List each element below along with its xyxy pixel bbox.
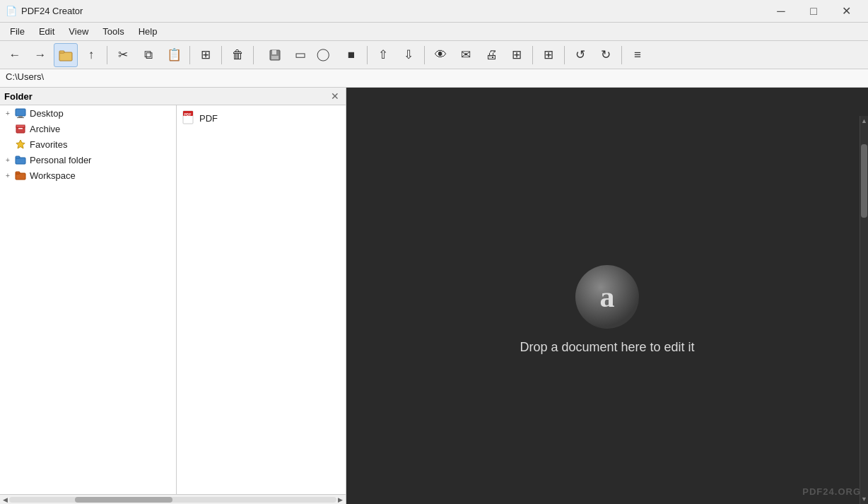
tree-item-desktop[interactable]: + Desktop xyxy=(0,105,176,121)
tree-item-personal[interactable]: + Personal folder xyxy=(0,152,176,168)
expand-workspace[interactable]: + xyxy=(3,170,13,180)
menu-help[interactable]: Help xyxy=(131,25,165,38)
folder-header: Folder ✕ xyxy=(0,88,346,105)
email-button[interactable]: ✉ xyxy=(454,43,478,67)
tree-panel[interactable]: + Desktop + xyxy=(0,105,177,494)
cut-button[interactable]: ✂ xyxy=(111,43,135,67)
tree-item-favorites[interactable]: + Favorites xyxy=(0,136,176,152)
right-scrollbar[interactable]: ▲ ▼ xyxy=(860,116,868,504)
tree-label-favorites: Favorites xyxy=(30,139,67,150)
grid-button[interactable]: ⊞ xyxy=(194,43,218,67)
scroll-left-arrow[interactable]: ◀ xyxy=(3,496,8,503)
undo-button[interactable]: ↺ xyxy=(568,43,592,67)
delete-button[interactable]: 🗑 xyxy=(225,43,250,67)
svg-rect-7 xyxy=(17,117,24,118)
tree-item-archive[interactable]: + Archive xyxy=(0,121,176,136)
drop-area: a Drop a document here to edit it xyxy=(520,265,694,355)
toolbar-separator-7 xyxy=(564,46,565,64)
scroll-right-arrow[interactable]: ▶ xyxy=(338,496,343,503)
folder-title: Folder xyxy=(4,91,33,102)
close-button[interactable]: ✕ xyxy=(830,0,862,23)
pdf-icon: PDF xyxy=(182,110,195,127)
expand-desktop[interactable]: + xyxy=(3,108,13,118)
main-area: Folder ✕ + Desktop xyxy=(0,88,868,504)
toolbar-separator-6 xyxy=(532,46,533,64)
watermark: PDF24.ORG xyxy=(802,486,861,497)
path-bar: C:\Users\ xyxy=(0,69,868,88)
menu-edit[interactable]: Edit xyxy=(32,25,61,38)
title-bar-controls: ─ □ ✕ xyxy=(765,0,862,23)
right-scroll-up-arrow[interactable]: ▲ xyxy=(860,116,868,126)
svg-rect-15 xyxy=(16,172,20,174)
logo-letter: a xyxy=(599,280,614,314)
file-item-pdf[interactable]: PDF PDF xyxy=(180,108,343,129)
forward-button[interactable]: → xyxy=(28,43,52,67)
title-bar-left: 📄 PDF24 Creator xyxy=(6,6,83,17)
menu-tools[interactable]: Tools xyxy=(95,25,131,38)
maximize-button[interactable]: □ xyxy=(797,0,830,23)
archive-icon xyxy=(14,122,27,135)
frame-button[interactable]: ▭ xyxy=(288,43,312,67)
panels-row: + Desktop + xyxy=(0,105,346,494)
svg-rect-6 xyxy=(18,116,23,117)
toolbar-separator-4 xyxy=(367,46,368,64)
personal-icon xyxy=(14,153,27,166)
thumbnails-button[interactable]: ⊞ xyxy=(536,43,561,67)
file-label-pdf: PDF xyxy=(199,113,218,124)
toolbar-separator-8 xyxy=(621,46,622,64)
tree-label-desktop: Desktop xyxy=(30,108,64,119)
svg-rect-1 xyxy=(59,51,64,53)
editor-panel: a Drop a document here to edit it ▲ ▼ PD… xyxy=(346,88,868,504)
desktop-icon xyxy=(14,107,27,119)
svg-rect-9 xyxy=(16,125,25,127)
svg-rect-3 xyxy=(272,50,276,54)
expand-personal[interactable]: + xyxy=(3,155,13,165)
redo-button[interactable]: ↻ xyxy=(594,43,618,67)
right-scroll-down-arrow[interactable]: ▼ xyxy=(860,494,868,504)
menu-bar: File Edit View Tools Help xyxy=(0,23,868,41)
left-scrollbar[interactable]: ◀ ▶ xyxy=(0,494,346,504)
preview-button[interactable]: 👁 xyxy=(428,43,452,67)
toolbar-left: ← → ↑ ✂ ⧉ 📋 ⊞ 🗑 xyxy=(3,43,250,67)
drop-text: Drop a document here to edit it xyxy=(520,340,694,355)
svg-rect-5 xyxy=(16,109,25,116)
paste-button[interactable]: 📋 xyxy=(162,43,186,67)
right-scroll-track[interactable] xyxy=(860,126,868,494)
back-button[interactable]: ← xyxy=(3,43,27,67)
toolbar-main-separator xyxy=(253,46,254,64)
toolbar-right: ▭ ⃝ ■ ⇧ ⇩ 👁 ✉ 🖨 ⊞ ⊞ ↺ ↻ ≡ xyxy=(263,43,650,67)
toolbar: ← → ↑ ✂ ⧉ 📋 ⊞ 🗑 ▭ ⃝ ■ ⇧ ⇩ 👁 ✉ 🖨 ⊞ xyxy=(0,41,868,69)
right-scroll-thumb[interactable] xyxy=(861,144,867,218)
minimize-button[interactable]: ─ xyxy=(765,0,797,23)
svg-rect-10 xyxy=(18,128,23,129)
app-title: PDF24 Creator xyxy=(21,6,83,16)
file-panel[interactable]: PDF PDF xyxy=(177,105,346,494)
tree-item-workspace[interactable]: + Workspace xyxy=(0,168,176,183)
app-icon: 📄 xyxy=(6,6,17,17)
title-bar: 📄 PDF24 Creator ─ □ ✕ xyxy=(0,0,868,23)
menu-view[interactable]: View xyxy=(61,25,95,38)
tree-label-workspace: Workspace xyxy=(30,170,76,181)
favorites-icon xyxy=(14,138,27,151)
move-down-button[interactable]: ⇩ xyxy=(397,43,421,67)
save-button[interactable] xyxy=(263,43,287,67)
stamp-button[interactable]: ■ xyxy=(339,43,363,67)
up-button[interactable]: ↑ xyxy=(79,43,103,67)
scroll-track[interactable] xyxy=(9,497,336,503)
toolbar-separator-1 xyxy=(107,46,107,64)
overlay-button[interactable]: ⃝ xyxy=(314,43,338,67)
left-panel: Folder ✕ + Desktop xyxy=(0,88,346,504)
scroll-thumb[interactable] xyxy=(75,497,173,503)
toolbar-separator-5 xyxy=(424,46,425,64)
menu-file[interactable]: File xyxy=(3,25,32,38)
open-folder-button[interactable] xyxy=(54,43,78,67)
folder-close-button[interactable]: ✕ xyxy=(329,90,341,102)
copy-button[interactable]: ⧉ xyxy=(136,43,160,67)
more-menu-button[interactable]: ≡ xyxy=(626,43,650,67)
print-button[interactable]: 🖨 xyxy=(479,43,503,67)
compress-button[interactable]: ⊞ xyxy=(505,43,529,67)
move-up-button[interactable]: ⇧ xyxy=(371,43,395,67)
svg-marker-11 xyxy=(16,140,25,148)
path-text: C:\Users\ xyxy=(6,71,44,82)
tree-label-archive: Archive xyxy=(30,124,60,134)
